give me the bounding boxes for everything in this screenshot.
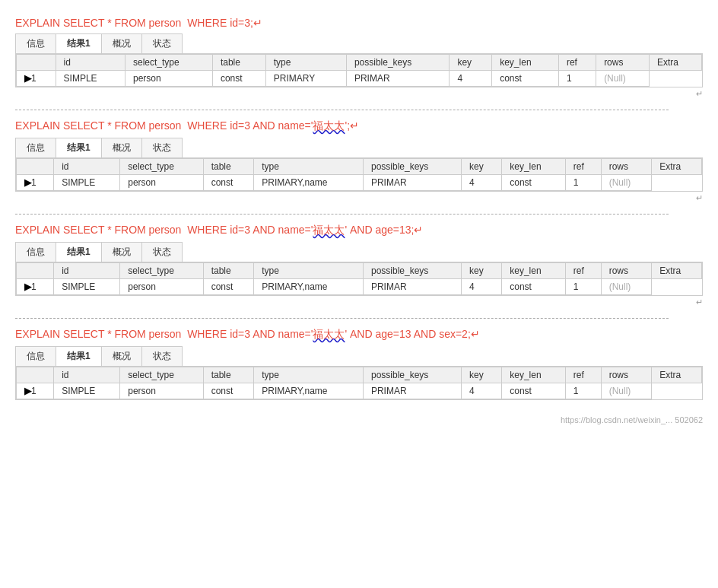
tab-bar-3: 信息 结果1 概况 状态 id select_type table type p… [15, 242, 703, 296]
cell-select-type: SIMPLE [54, 175, 120, 191]
col-header-marker [17, 263, 54, 279]
cell-possible-keys: PRIMARY [265, 71, 346, 87]
tab-status-3[interactable]: 状态 [142, 243, 182, 262]
col-header-marker [17, 159, 54, 175]
table-row: ▶1 SIMPLE person const PRIMARY PRIMAR 4 … [17, 71, 702, 87]
result-table-1: id select_type table type possible_keys … [15, 53, 703, 87]
col-header-possible-keys: possible_keys [363, 159, 461, 175]
tab-overview-1[interactable]: 概况 [102, 34, 142, 53]
col-header-select-type: select_type [120, 263, 203, 279]
cell-type: const [212, 71, 265, 87]
cell-type: const [203, 175, 254, 191]
col-header-possible-keys: possible_keys [363, 263, 461, 279]
return-symbol-3: ↵ [15, 297, 703, 307]
cell-extra: (Null) [601, 383, 652, 399]
tab-result-3[interactable]: 结果1 [56, 243, 102, 262]
col-header-extra: Extra [652, 263, 702, 279]
cell-rows: 1 [565, 175, 601, 191]
cell-possible-keys: PRIMARY,name [254, 383, 364, 399]
cell-key-len: 4 [462, 175, 502, 191]
col-header-key: key [450, 55, 492, 71]
col-header-table: table [203, 263, 254, 279]
col-header-extra: Extra [652, 159, 702, 175]
col-header-table: table [203, 367, 254, 383]
col-header-key-len: key_len [502, 263, 566, 279]
col-header-ref: ref [565, 159, 601, 175]
cell-extra: (Null) [596, 71, 650, 87]
tab-overview-2[interactable]: 概况 [102, 138, 142, 157]
sql-statement-2: EXPLAIN SELECT * FROM person WHERE id=3 … [15, 119, 703, 133]
col-header-select-type: select_type [120, 159, 203, 175]
tab-status-4[interactable]: 状态 [142, 347, 182, 366]
tab-info-1[interactable]: 信息 [16, 34, 56, 53]
row-marker: ▶1 [17, 383, 54, 399]
tab-info-4[interactable]: 信息 [16, 347, 56, 366]
col-header-key: key [462, 367, 502, 383]
tab-result-2[interactable]: 结果1 [56, 138, 102, 157]
row-marker: ▶1 [17, 175, 54, 191]
cell-key-len: 4 [450, 71, 492, 87]
col-header-key-len: key_len [502, 159, 566, 175]
tab-overview-4[interactable]: 概况 [102, 347, 142, 366]
cell-type: const [203, 279, 254, 295]
result-table-2: id select_type table type possible_keys … [15, 157, 703, 192]
tab-info-2[interactable]: 信息 [16, 138, 56, 157]
sql-statement-3: EXPLAIN SELECT * FROM person WHERE id=3 … [15, 224, 703, 237]
col-header-table: table [212, 55, 265, 71]
tab-status-2[interactable]: 状态 [142, 138, 182, 157]
col-header-type: type [254, 263, 364, 279]
cell-possible-keys: PRIMARY,name [254, 279, 364, 295]
divider-2 [15, 214, 669, 215]
tab-overview-3[interactable]: 概况 [102, 243, 142, 262]
col-header-rows: rows [596, 55, 650, 71]
row-marker: ▶1 [17, 279, 54, 295]
col-header-extra: Extra [652, 367, 702, 383]
cell-table: person [120, 175, 203, 191]
col-header-select-type: select_type [125, 55, 213, 71]
col-header-type: type [254, 159, 364, 175]
tab-bar-2: 信息 结果1 概况 状态 id select_type table type p… [15, 138, 703, 192]
col-header-marker [17, 55, 56, 71]
tab-bar-1: 信息 结果1 概况 状态 id select_type table type p… [15, 33, 703, 87]
col-header-possible-keys: possible_keys [363, 367, 461, 383]
cell-ref: const [492, 71, 559, 87]
col-header-possible-keys: possible_keys [346, 55, 450, 71]
cell-ref: const [502, 383, 566, 399]
col-header-rows: rows [601, 367, 652, 383]
col-header-type: type [254, 367, 364, 383]
cell-table: person [120, 279, 203, 295]
cell-extra: (Null) [601, 175, 652, 191]
col-header-id: id [56, 55, 125, 71]
col-header-key: key [462, 263, 502, 279]
sql-statement-4: EXPLAIN SELECT * FROM person WHERE id=3 … [15, 328, 703, 342]
cell-select-type: SIMPLE [54, 383, 120, 399]
tab-info-3[interactable]: 信息 [16, 243, 56, 262]
cell-select-type: SIMPLE [56, 71, 125, 87]
return-symbol-2: ↵ [15, 193, 703, 203]
tab-result-4[interactable]: 结果1 [56, 347, 102, 366]
table-row: ▶1 SIMPLE person const PRIMARY,name PRIM… [17, 175, 702, 191]
col-header-type: type [265, 55, 346, 71]
cell-key: PRIMAR [363, 175, 461, 191]
tab-bar-4: 信息 结果1 概况 状态 id select_type table type p… [15, 346, 703, 400]
return-symbol-1: ↵ [15, 89, 703, 99]
cell-rows: 1 [565, 279, 601, 295]
col-header-id: id [54, 159, 120, 175]
sql-statement-1: EXPLAIN SELECT * FROM person WHERE id=3;… [15, 17, 703, 29]
tab-status-1[interactable]: 状态 [142, 34, 182, 53]
cell-key-len: 4 [462, 279, 502, 295]
col-header-key-len: key_len [492, 55, 559, 71]
col-header-select-type: select_type [120, 367, 203, 383]
cell-table: person [120, 383, 203, 399]
cell-extra: (Null) [601, 279, 652, 295]
row-marker: ▶1 [17, 71, 56, 87]
col-header-rows: rows [601, 263, 652, 279]
divider-1 [15, 110, 669, 110]
cell-ref: const [502, 279, 566, 295]
divider-3 [15, 318, 669, 319]
col-header-ref: ref [565, 263, 601, 279]
tab-result-1[interactable]: 结果1 [56, 34, 102, 53]
table-row: ▶1 SIMPLE person const PRIMARY,name PRIM… [17, 383, 702, 399]
col-header-id: id [54, 367, 120, 383]
result-table-4: id select_type table type possible_keys … [15, 366, 703, 400]
